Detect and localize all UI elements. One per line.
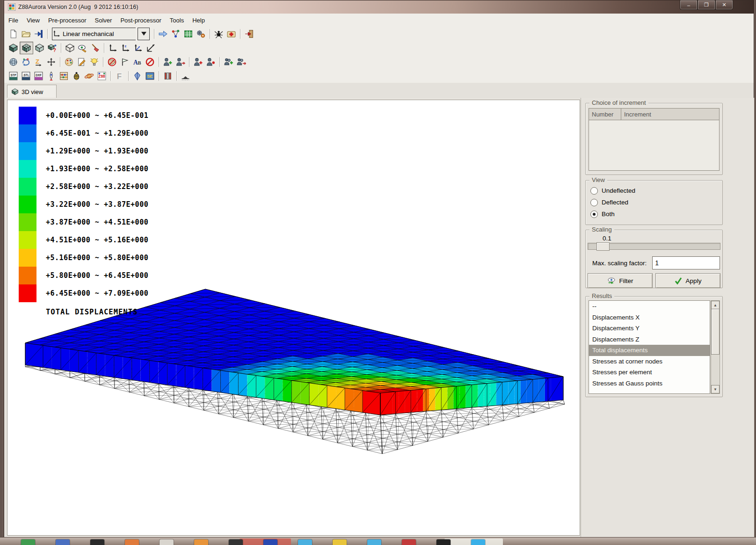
- group-add-icon[interactable]: [222, 56, 235, 68]
- axis-xyz-icon[interactable]: z: [119, 42, 132, 54]
- taskbar-app-icon[interactable]: [263, 539, 277, 545]
- cube-solid-icon[interactable]: [7, 42, 20, 54]
- column-increment[interactable]: Increment: [621, 109, 651, 120]
- result-item[interactable]: Stresses at corner nodes: [589, 356, 710, 367]
- zoom-z-icon[interactable]: Z: [32, 56, 45, 68]
- result-item[interactable]: Total displacements: [589, 345, 710, 356]
- axis-xy-icon[interactable]: [107, 42, 119, 54]
- radio-dot[interactable]: [590, 187, 598, 195]
- taskbar-app-icon[interactable]: [194, 539, 208, 545]
- slider-thumb[interactable]: [596, 242, 610, 251]
- new-file-icon[interactable]: [7, 28, 20, 40]
- surface-flag-icon[interactable]: [118, 56, 131, 68]
- cube-shaded-icon[interactable]: [33, 42, 46, 54]
- label-off-icon[interactable]: [106, 56, 118, 68]
- increment-table[interactable]: Number Increment: [589, 108, 720, 171]
- results-list[interactable]: --Displacements XDisplacements YDisplace…: [589, 300, 710, 394]
- globe-icon[interactable]: [7, 56, 20, 68]
- title-bar[interactable]: Z88Aurora Version 2.0 (Aug 9 2012 16:10:…: [4, 0, 754, 14]
- saturn-icon[interactable]: [83, 70, 95, 82]
- taskbar-app-icon[interactable]: [125, 539, 139, 545]
- se-badge-icon[interactable]: SE: [144, 70, 156, 82]
- bulb-icon[interactable]: [88, 56, 101, 68]
- menu-solver[interactable]: Solver: [91, 15, 116, 26]
- combo-dropdown-arrow[interactable]: [138, 28, 150, 40]
- group-arrow-icon[interactable]: [235, 56, 247, 68]
- scrollbar-thumb[interactable]: [711, 309, 720, 355]
- taskbar-app-icon[interactable]: [471, 539, 485, 545]
- menu-post-processor[interactable]: Post-processor: [116, 15, 165, 26]
- taskbar-app-icon[interactable]: [402, 539, 416, 545]
- viewport-3d[interactable]: +0.00E+000 ~ +6.45E-001+6.45E-001 ~ +1.2…: [7, 100, 580, 536]
- move-icon[interactable]: [45, 56, 58, 68]
- abacus-icon[interactable]: [58, 70, 70, 82]
- rocket-icon[interactable]: [45, 70, 58, 82]
- person-dot-red-icon[interactable]: [204, 56, 217, 68]
- results-scrollbar[interactable]: ▲ ▼: [711, 300, 720, 394]
- prism-icon[interactable]: [179, 70, 192, 82]
- menu-view[interactable]: View: [22, 15, 44, 26]
- mesh-nodes-icon[interactable]: [169, 28, 182, 40]
- axis-corner-icon[interactable]: [145, 42, 157, 54]
- ban-icon[interactable]: [144, 56, 156, 68]
- dxf-file-icon[interactable]: DXF: [32, 70, 45, 82]
- gears-icon[interactable]: [195, 28, 207, 40]
- font-icon[interactable]: AB: [131, 56, 144, 68]
- max-scaling-factor-input[interactable]: [652, 256, 720, 269]
- result-item[interactable]: --: [589, 301, 710, 312]
- taskbar-app-icon[interactable]: [90, 539, 104, 545]
- scroll-up-arrow[interactable]: ▲: [711, 301, 720, 309]
- result-item[interactable]: Displacements Y: [589, 323, 710, 334]
- result-item[interactable]: Stresses at Gauss points: [589, 378, 710, 389]
- stp-file-icon[interactable]: STP: [7, 70, 20, 82]
- palette-icon[interactable]: [63, 56, 75, 68]
- tab-3d-view[interactable]: 3D view: [7, 85, 57, 98]
- edit-doc-icon[interactable]: [75, 56, 88, 68]
- taskbar-app-icon[interactable]: [160, 539, 174, 545]
- taskbar-app-icon[interactable]: [367, 539, 381, 545]
- stl-file-icon[interactable]: .STL: [20, 70, 32, 82]
- close-button[interactable]: ✕: [715, 0, 733, 10]
- scaling-slider[interactable]: [588, 243, 720, 250]
- maximize-button[interactable]: ❐: [698, 0, 715, 10]
- open-folder-icon[interactable]: [20, 28, 32, 40]
- apply-button[interactable]: Apply: [655, 273, 720, 288]
- taskbar-app-icon[interactable]: [298, 539, 312, 545]
- eye-edit-icon[interactable]: [76, 42, 89, 54]
- result-item[interactable]: Displacements Z: [589, 334, 710, 345]
- z88-logo-icon[interactable]: Z88: [95, 70, 108, 82]
- cube-mesh-icon[interactable]: [20, 42, 33, 54]
- scroll-down-arrow[interactable]: ▼: [711, 385, 720, 393]
- cube-outline-icon[interactable]: [64, 42, 76, 54]
- run-arrow-icon[interactable]: [157, 28, 169, 40]
- result-item[interactable]: Displacements X: [589, 312, 710, 323]
- result-item[interactable]: Stresses per element: [589, 367, 710, 378]
- spider-icon[interactable]: [212, 28, 225, 40]
- radio-dot[interactable]: [590, 211, 598, 218]
- taskbar-app-icon[interactable]: [333, 539, 347, 545]
- taskbar-app-icon[interactable]: [21, 539, 35, 545]
- pattern-f-icon[interactable]: F: [113, 70, 126, 82]
- menu-help[interactable]: Help: [188, 15, 209, 26]
- person-add-icon[interactable]: [161, 56, 174, 68]
- module-select[interactable]: Linear mechanical: [52, 28, 136, 40]
- person-plus-red-icon[interactable]: [192, 56, 204, 68]
- person-arrow-icon[interactable]: [174, 56, 187, 68]
- columns-icon[interactable]: [161, 70, 174, 82]
- menu-pre-processor[interactable]: Pre-processor: [44, 15, 91, 26]
- first-aid-icon[interactable]: [225, 28, 238, 40]
- bee-icon[interactable]: [70, 70, 83, 82]
- taskbar[interactable]: [0, 537, 756, 545]
- radio-dot[interactable]: [590, 199, 598, 206]
- radio-undeflected[interactable]: Undeflected: [590, 185, 722, 196]
- radio-deflected[interactable]: Deflected: [590, 196, 722, 208]
- menu-tools[interactable]: Tools: [166, 15, 188, 26]
- minimize-button[interactable]: –: [680, 0, 698, 10]
- exit-icon[interactable]: [243, 28, 255, 40]
- spinner-icon[interactable]: [131, 70, 144, 82]
- broom-icon[interactable]: [89, 42, 102, 54]
- radio-both[interactable]: Both: [590, 208, 722, 220]
- filter-button[interactable]: Filter: [588, 273, 653, 288]
- column-number[interactable]: Number: [589, 109, 621, 120]
- menu-file[interactable]: File: [4, 15, 22, 26]
